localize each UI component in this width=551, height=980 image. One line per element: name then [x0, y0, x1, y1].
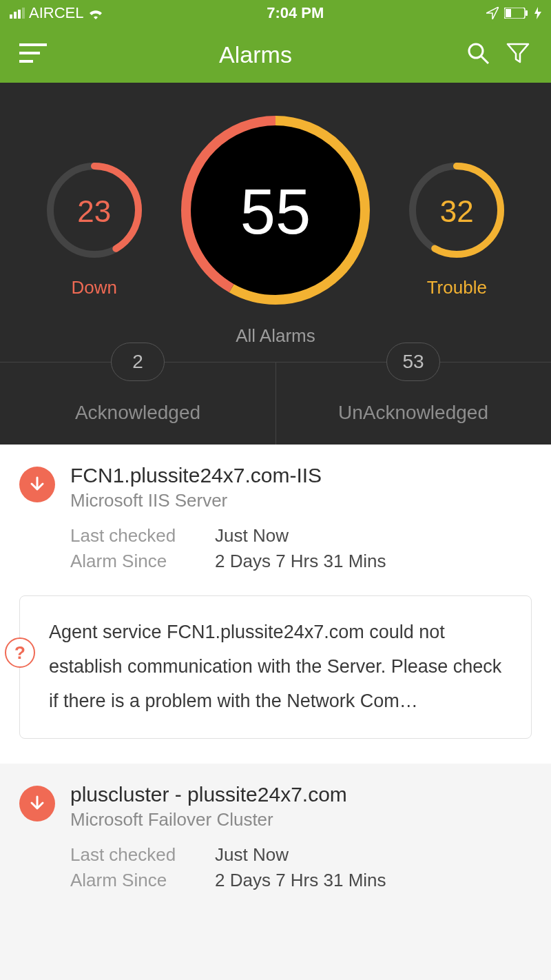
hamburger-icon — [19, 43, 47, 65]
search-button[interactable] — [464, 41, 492, 68]
alarm-subtitle: Microsoft Failover Cluster — [70, 809, 532, 830]
charging-icon — [534, 7, 541, 19]
svg-rect-9 — [19, 60, 33, 63]
status-bar-left: AIRCEL — [10, 4, 104, 22]
gauge-trouble-value: 32 — [405, 159, 508, 265]
filter-button[interactable] — [504, 41, 532, 68]
alarm-title: pluscluster - plussite24x7.com — [70, 783, 532, 806]
status-down-icon — [19, 467, 55, 502]
status-bar: AIRCEL 7:04 PM — [0, 0, 551, 26]
alarm-dashboard: 23 Down 55 All Alarms 3 — [0, 83, 551, 445]
gauge-all-value: 55 — [176, 110, 375, 313]
alarm-since-value: 2 Days 7 Hrs 31 Mins — [215, 551, 386, 572]
svg-line-11 — [481, 57, 488, 63]
status-bar-time: 7:04 PM — [104, 4, 486, 22]
gauge-down-value: 23 — [43, 159, 146, 265]
svg-rect-3 — [22, 8, 25, 19]
gauge-down-label: Down — [71, 277, 116, 298]
unacknowledged-label: UnAcknowledged — [338, 402, 488, 424]
svg-rect-8 — [19, 52, 40, 54]
gauge-trouble[interactable]: 32 Trouble — [405, 159, 508, 298]
search-icon — [466, 41, 490, 68]
wifi-icon — [87, 7, 104, 19]
svg-point-10 — [469, 44, 483, 58]
alarm-item[interactable]: FCN1.plussite24x7.com-IIS Microsoft IIS … — [0, 445, 551, 764]
alarm-note: ? Agent service FCN1.plussite24x7.com co… — [19, 595, 532, 739]
acknowledged-label: Acknowledged — [75, 402, 200, 424]
svg-rect-0 — [10, 14, 12, 19]
unacknowledged-count: 53 — [386, 343, 440, 381]
carrier-name: AIRCEL — [29, 4, 83, 22]
svg-rect-5 — [506, 9, 511, 17]
last-checked-value: Just Now — [215, 525, 289, 547]
svg-rect-6 — [526, 10, 528, 16]
acknowledged-count: 2 — [111, 343, 165, 381]
alarm-since-label: Alarm Since — [70, 870, 215, 891]
page-title: Alarms — [47, 41, 464, 68]
battery-icon — [504, 8, 529, 19]
last-checked-value: Just Now — [215, 844, 289, 866]
alarm-since-value: 2 Days 7 Hrs 31 Mins — [215, 870, 386, 891]
alarm-item[interactable]: pluscluster - plussite24x7.com Microsoft… — [0, 764, 551, 915]
menu-button[interactable] — [19, 41, 47, 68]
gauge-all-label: All Alarms — [236, 325, 315, 347]
gauge-trouble-label: Trouble — [427, 277, 487, 298]
location-icon — [486, 7, 499, 19]
tab-unacknowledged[interactable]: 53 UnAcknowledged — [276, 362, 551, 445]
last-checked-label: Last checked — [70, 844, 215, 866]
alarm-list: FCN1.plussite24x7.com-IIS Microsoft IIS … — [0, 445, 551, 915]
last-checked-label: Last checked — [70, 525, 215, 547]
alarm-title: FCN1.plussite24x7.com-IIS — [70, 464, 532, 487]
status-down-icon — [19, 786, 55, 821]
svg-rect-1 — [14, 12, 17, 19]
gauge-all[interactable]: 55 All Alarms — [176, 110, 375, 347]
signal-icon — [10, 8, 25, 19]
help-icon: ? — [5, 637, 35, 668]
alarm-note-text: Agent service FCN1.plussite24x7.com coul… — [49, 622, 501, 711]
app-header: Alarms — [0, 26, 551, 83]
ack-row: 2 Acknowledged 53 UnAcknowledged — [0, 362, 551, 445]
alarm-since-label: Alarm Since — [70, 551, 215, 572]
svg-rect-2 — [18, 10, 21, 19]
alarm-subtitle: Microsoft IIS Server — [70, 490, 532, 511]
gauge-down[interactable]: 23 Down — [43, 159, 146, 298]
tab-acknowledged[interactable]: 2 Acknowledged — [0, 362, 276, 445]
svg-rect-7 — [19, 43, 47, 46]
filter-icon — [506, 41, 530, 68]
status-bar-right — [486, 7, 541, 19]
